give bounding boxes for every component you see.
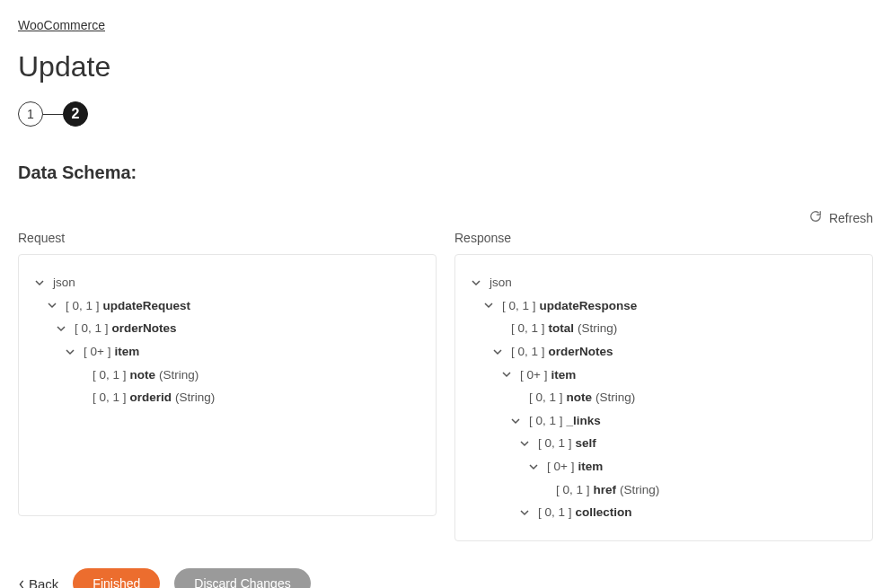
tree-node-label: json [53, 271, 75, 294]
cardinality: [ 0, 1 ] [529, 386, 563, 409]
tree-node-type: (String) [595, 386, 635, 409]
tree-node-item[interactable]: [ 0+ ] item [472, 364, 856, 387]
tree-node-item[interactable]: [ 0+ ] item [35, 340, 419, 364]
chevron-down-icon [493, 347, 506, 356]
chevron-down-icon [35, 278, 48, 287]
tree-node-orderid[interactable]: [ 0, 1 ] orderid (String) [35, 386, 419, 409]
tree-node-name: collection [576, 501, 632, 524]
page-title: Update [18, 50, 873, 83]
tree-node-name: total [549, 317, 575, 340]
response-tree: json [ 0, 1 ] updateResponse [ 0, 1 ] to… [472, 271, 856, 524]
response-panel: json [ 0, 1 ] updateResponse [ 0, 1 ] to… [454, 254, 873, 541]
tree-node-name: item [551, 364, 576, 387]
tree-node-collection[interactable]: [ 0, 1 ] collection [472, 501, 856, 524]
chevron-left-icon [18, 576, 25, 588]
stepper: 1 2 [18, 101, 873, 127]
tree-node-json[interactable]: json [472, 271, 856, 294]
tree-node-name: updateRequest [103, 294, 191, 318]
cardinality: [ 0, 1 ] [538, 432, 572, 455]
tree-node-type: (String) [159, 364, 198, 387]
request-column-label: Request [18, 231, 437, 245]
tree-node-type: (String) [620, 478, 659, 502]
cardinality: [ 0, 1 ] [75, 317, 109, 340]
step-1[interactable]: 1 [18, 101, 43, 127]
chevron-down-icon [484, 301, 497, 310]
tree-node-name: orderNotes [549, 340, 613, 364]
chevron-down-icon [48, 301, 60, 310]
cardinality: [ 0, 1 ] [511, 340, 545, 364]
tree-node-self[interactable]: [ 0, 1 ] self [472, 432, 856, 455]
cardinality: [ 0+ ] [520, 364, 547, 387]
chevron-down-icon [502, 370, 515, 379]
tree-node-name: orderid [130, 386, 172, 409]
cardinality: [ 0+ ] [547, 455, 574, 478]
chevron-down-icon [520, 439, 533, 448]
response-column: Response json [ 0, 1 ] updateResponse [ … [454, 231, 873, 541]
tree-node-name: note [567, 386, 593, 409]
tree-node-self-item[interactable]: [ 0+ ] item [472, 455, 856, 478]
tree-node-type: (String) [175, 386, 215, 409]
chevron-down-icon [529, 462, 542, 471]
tree-node-name: _links [567, 409, 601, 433]
response-column-label: Response [454, 231, 873, 245]
cardinality: [ 0, 1 ] [538, 501, 572, 524]
chevron-down-icon [57, 324, 69, 333]
chevron-down-icon [511, 417, 524, 426]
tree-node-json[interactable]: json [35, 271, 419, 294]
tree-node-name: self [576, 432, 596, 455]
tree-node-updateResponse[interactable]: [ 0, 1 ] updateResponse [472, 294, 856, 318]
tree-node-note[interactable]: [ 0, 1 ] note (String) [35, 364, 419, 387]
refresh-label: Refresh [829, 211, 873, 225]
tree-node-updateRequest[interactable]: [ 0, 1 ] updateRequest [35, 294, 419, 318]
refresh-button[interactable]: Refresh [809, 210, 873, 225]
step-connector [43, 114, 63, 115]
cardinality: [ 0, 1 ] [529, 409, 563, 433]
finished-button[interactable]: Finished [73, 568, 160, 588]
step-2[interactable]: 2 [63, 101, 88, 127]
cardinality: [ 0, 1 ] [66, 294, 100, 318]
tree-node-note[interactable]: [ 0, 1 ] note (String) [472, 386, 856, 409]
tree-node-links[interactable]: [ 0, 1 ] _links [472, 409, 856, 433]
refresh-icon [809, 210, 822, 225]
request-panel: json [ 0, 1 ] updateRequest [ 0, 1 ] ord… [18, 254, 437, 516]
tree-node-orderNotes[interactable]: [ 0, 1 ] orderNotes [35, 317, 419, 340]
tree-node-name: orderNotes [112, 317, 177, 340]
footer: Back Finished Discard Changes [18, 568, 873, 588]
tree-node-name: item [578, 455, 603, 478]
chevron-down-icon [520, 508, 533, 517]
tree-node-orderNotes[interactable]: [ 0, 1 ] orderNotes [472, 340, 856, 364]
chevron-down-icon [472, 278, 484, 287]
tree-node-label: json [490, 271, 512, 294]
request-tree: json [ 0, 1 ] updateRequest [ 0, 1 ] ord… [35, 271, 419, 409]
tree-node-name: item [114, 340, 139, 364]
tree-node-type: (String) [578, 317, 617, 340]
back-button[interactable]: Back [18, 576, 58, 588]
tree-node-total[interactable]: [ 0, 1 ] total (String) [472, 317, 856, 340]
cardinality: [ 0, 1 ] [511, 317, 545, 340]
back-button-label: Back [29, 576, 58, 588]
section-title: Data Schema: [18, 162, 873, 183]
tree-node-name: href [594, 478, 617, 502]
cardinality: [ 0, 1 ] [556, 478, 590, 502]
cardinality: [ 0+ ] [84, 340, 110, 364]
tree-node-href[interactable]: [ 0, 1 ] href (String) [472, 478, 856, 502]
request-column: Request json [ 0, 1 ] updateRequest [ 0,… [18, 231, 437, 541]
cardinality: [ 0, 1 ] [93, 364, 127, 387]
chevron-down-icon [66, 347, 78, 356]
discard-button[interactable]: Discard Changes [174, 568, 310, 588]
breadcrumb-link[interactable]: WooCommerce [18, 18, 105, 32]
tree-node-name: note [130, 364, 156, 387]
cardinality: [ 0, 1 ] [502, 294, 536, 318]
cardinality: [ 0, 1 ] [93, 386, 127, 409]
tree-node-name: updateResponse [540, 294, 638, 318]
